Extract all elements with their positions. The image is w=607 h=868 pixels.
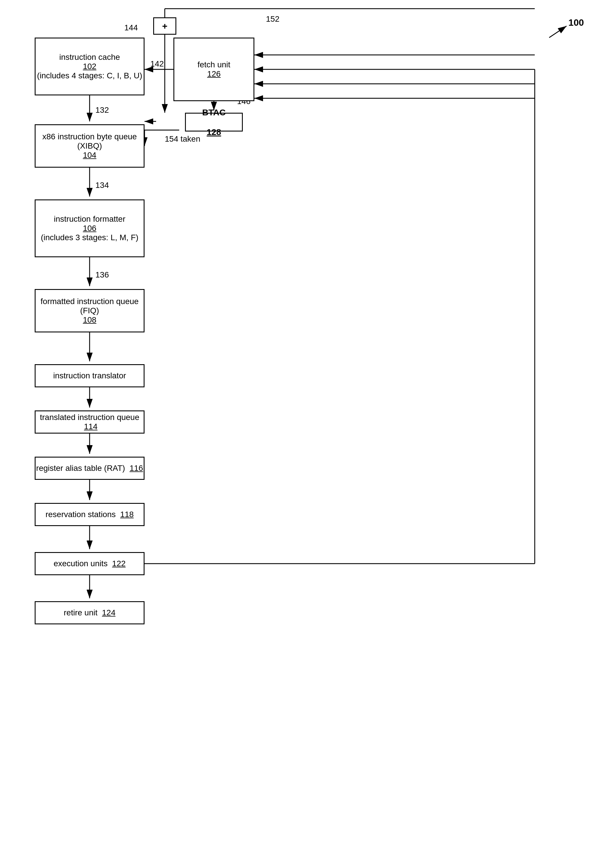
reservation-stations-box: reservation stations 118: [35, 503, 144, 526]
retire-unit-box: retire unit 124: [35, 601, 144, 624]
xibq-label2: (XIBQ): [77, 141, 102, 150]
rat-label: register alias table (RAT) 116: [36, 463, 143, 473]
execution-units-label: execution units 122: [53, 559, 125, 568]
xibq-ref: 104: [83, 150, 96, 160]
rat-box: register alias table (RAT) 116: [35, 457, 144, 480]
fiq-box: formatted instruction queue (FIQ) 108: [35, 289, 144, 332]
instruction-formatter-label: instruction formatter: [54, 214, 125, 224]
svg-text:152: 152: [266, 14, 280, 23]
svg-line-2: [549, 26, 567, 37]
instruction-translator-label: instruction translator: [53, 371, 126, 380]
figure-label: 100: [568, 17, 584, 28]
svg-text:154 taken: 154 taken: [165, 135, 200, 143]
instruction-formatter-ref: 106: [83, 224, 96, 233]
svg-text:134: 134: [95, 181, 109, 190]
execution-units-box: execution units 122: [35, 552, 144, 575]
fiq-ref: 108: [83, 315, 96, 325]
fetch-unit-ref: 126: [207, 69, 221, 79]
btac-ref: 128: [207, 127, 221, 137]
instruction-cache-ref: 102: [83, 62, 96, 71]
fetch-unit-label: fetch unit: [197, 60, 231, 69]
reservation-stations-label: reservation stations 118: [45, 510, 133, 519]
btac-label: BTAC: [202, 107, 226, 117]
svg-text:142: 142: [150, 59, 164, 68]
fetch-unit-box: fetch unit 126: [173, 37, 254, 101]
instruction-formatter-sub: (includes 3 stages: L, M, F): [41, 233, 138, 242]
tiq-label: translated instruction queue 114: [36, 413, 144, 431]
instruction-cache-box: instruction cache 102 (includes 4 stages…: [35, 37, 144, 95]
svg-text:144: 144: [124, 23, 138, 32]
translated-instruction-queue-box: translated instruction queue 114: [35, 411, 144, 434]
svg-text:136: 136: [95, 270, 109, 279]
retire-unit-label: retire unit 124: [64, 608, 116, 617]
instruction-translator-box: instruction translator: [35, 364, 144, 388]
svg-text:132: 132: [95, 105, 109, 115]
fiq-label2: (FIQ): [80, 306, 99, 315]
diagram-container: 100 132 134 136: [0, 0, 607, 868]
instruction-cache-sub: (includes 4 stages: C, I, B, U): [37, 71, 142, 81]
xibq-box: x86 instruction byte queue (XIBQ) 104: [35, 124, 144, 167]
fiq-label: formatted instruction queue: [40, 297, 138, 306]
instruction-cache-label: instruction cache: [59, 53, 120, 62]
adder-box: +: [153, 17, 177, 35]
btac-box: BTAC 128: [185, 113, 243, 132]
xibq-label: x86 instruction byte queue: [42, 132, 137, 141]
adder-label: +: [162, 21, 168, 31]
instruction-formatter-box: instruction formatter 106 (includes 3 st…: [35, 200, 144, 257]
